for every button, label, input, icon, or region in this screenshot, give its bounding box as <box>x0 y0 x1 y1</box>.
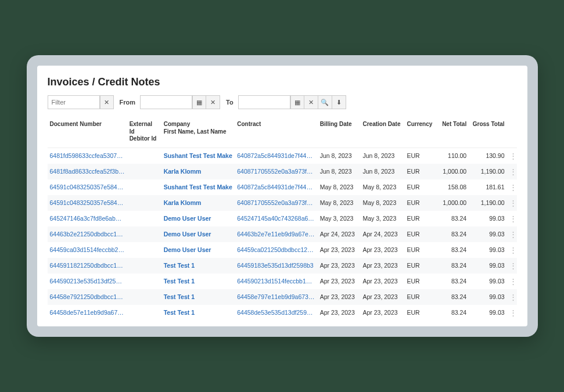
company-link[interactable]: Karla Klomm <box>161 195 235 211</box>
company-link[interactable]: Sushant Test Test Make <box>161 179 235 195</box>
row-actions-button[interactable]: ⋮ <box>507 148 517 164</box>
table-row: 64458de57e11eb9d9a6739c7Test Test 164458… <box>48 305 517 321</box>
billing-date-cell: Jun 8, 2023 <box>318 148 361 164</box>
company-link[interactable]: Karla Klomm <box>161 164 235 179</box>
doc-number-link[interactable]: 64463b2e21250dbdbcc1d1cd <box>48 226 127 242</box>
row-actions-button[interactable]: ⋮ <box>507 274 517 289</box>
contract-link[interactable]: 645247145a40c743268a6d4d <box>235 211 317 226</box>
company-link[interactable]: Test Test 1 <box>161 258 235 274</box>
contract-link[interactable]: 64458e797e11eb9d9a673a52 <box>235 289 317 305</box>
contract-link[interactable]: 640872a5c844931de7f443d2 <box>235 179 317 195</box>
company-link[interactable]: Test Test 1 <box>161 274 235 289</box>
company-link[interactable]: Demo User User <box>161 242 235 258</box>
doc-number-link[interactable]: 644590213e535d13df2597f8 <box>48 274 127 289</box>
to-date-picker-button[interactable]: ▦ <box>290 95 304 109</box>
gross-total-cell: 99.03 <box>469 305 506 321</box>
calendar-icon: ▦ <box>196 99 202 106</box>
doc-number-link[interactable]: 64458de57e11eb9d9a6739c7 <box>48 305 127 321</box>
table-row: 645247146a3c7fd8e6ab8b5Demo User User645… <box>48 211 517 226</box>
contract-link[interactable]: 64459ca021250dbdbcc127ee <box>235 242 317 258</box>
doc-number-link[interactable]: 64458e7921250dbdbcc11d20 <box>48 289 127 305</box>
contract-link[interactable]: 64463b2e7e11eb9d9a67ed44 <box>235 226 317 242</box>
download-icon: ⬇ <box>336 99 342 106</box>
contract-link[interactable]: 644590213d1514feccbb18d9 <box>235 274 317 289</box>
gross-total-cell: 130.90 <box>469 148 506 164</box>
contract-link[interactable]: 640871705552e0a3a973f051 <box>235 195 317 211</box>
kebab-icon: ⋮ <box>509 293 517 301</box>
currency-cell: EUR <box>404 179 435 195</box>
net-total-cell: 83.24 <box>435 226 469 242</box>
contract-link[interactable]: 64458de53e535d13df259610 <box>235 305 317 321</box>
currency-cell: EUR <box>404 164 435 179</box>
creation-date-cell: Apr 24, 2023 <box>360 226 404 242</box>
col-company[interactable]: CompanyFirst Name, Last Name <box>161 117 235 148</box>
kebab-icon: ⋮ <box>509 152 517 160</box>
row-actions-button[interactable]: ⋮ <box>507 289 517 305</box>
company-link[interactable]: Sushant Test Test Make <box>161 148 235 164</box>
calendar-icon: ▦ <box>294 99 300 106</box>
net-total-cell: 83.24 <box>435 211 469 226</box>
from-date-input[interactable] <box>140 95 192 109</box>
doc-number-link[interactable]: 6481fd598633ccfea5307c17 <box>48 148 127 164</box>
doc-number-link[interactable]: 6481f8ad8633ccfea52f3b23 <box>48 164 127 179</box>
row-actions-button[interactable]: ⋮ <box>507 242 517 258</box>
gross-total-cell: 99.03 <box>469 211 506 226</box>
close-icon: ✕ <box>104 99 109 106</box>
clear-filter-button[interactable]: ✕ <box>100 95 114 109</box>
doc-number-link[interactable]: 6445911821250dbdbcc11f79 <box>48 258 127 274</box>
doc-number-link[interactable]: 64459ca03d1514feccbb2251 <box>48 242 127 258</box>
close-icon: ✕ <box>308 99 314 106</box>
row-actions-button[interactable]: ⋮ <box>507 305 517 321</box>
doc-number-link[interactable]: 645247146a3c7fd8e6ab8b5 <box>48 211 127 226</box>
clear-from-button[interactable]: ✕ <box>206 95 220 109</box>
contract-link[interactable]: 64459183e535d13df2598b3 <box>235 258 317 274</box>
kebab-icon: ⋮ <box>509 230 517 239</box>
row-actions-button[interactable]: ⋮ <box>507 195 517 211</box>
external-id-cell <box>127 211 161 226</box>
from-label: From <box>120 99 136 106</box>
doc-number-link[interactable]: 64591c0483250357e584472c <box>48 195 127 211</box>
currency-cell: EUR <box>404 211 435 226</box>
row-actions-button[interactable]: ⋮ <box>507 164 517 179</box>
filter-input[interactable] <box>48 95 100 109</box>
contract-link[interactable]: 640871705552e0a3a973f051 <box>235 164 317 179</box>
billing-date-cell: May 8, 2023 <box>318 195 361 211</box>
doc-number-link[interactable]: 64591c0483250357e5844743 <box>48 179 127 195</box>
table-row: 64458e7921250dbdbcc11d20Test Test 164458… <box>48 289 517 305</box>
company-link[interactable]: Test Test 1 <box>161 289 235 305</box>
gross-total-cell: 99.03 <box>469 226 506 242</box>
gross-total-cell: 1,190.00 <box>469 195 506 211</box>
row-actions-button[interactable]: ⋮ <box>507 179 517 195</box>
external-id-cell <box>127 164 161 179</box>
col-contract[interactable]: Contract <box>235 117 317 148</box>
search-button[interactable]: 🔍 <box>318 95 332 109</box>
row-actions-button[interactable]: ⋮ <box>507 226 517 242</box>
billing-date-cell: May 3, 2023 <box>318 211 361 226</box>
download-button[interactable]: ⬇ <box>332 95 346 109</box>
col-gross-total[interactable]: Gross Total <box>469 117 506 148</box>
col-billing-date[interactable]: Billing Date <box>318 117 361 148</box>
to-label: To <box>226 99 233 106</box>
company-link[interactable]: Demo User User <box>161 211 235 226</box>
row-actions-button[interactable]: ⋮ <box>507 211 517 226</box>
close-icon: ✕ <box>210 99 215 106</box>
currency-cell: EUR <box>404 226 435 242</box>
contract-link[interactable]: 640872a5c844931de7f443d2 <box>235 148 317 164</box>
billing-date-cell: Apr 24, 2023 <box>318 226 361 242</box>
col-external-id[interactable]: External IdDebitor Id <box>127 117 161 148</box>
col-document-number[interactable]: Document Number <box>48 117 127 148</box>
company-link[interactable]: Demo User User <box>161 226 235 242</box>
from-date-picker-button[interactable]: ▦ <box>192 95 206 109</box>
table-row: 644590213e535d13df2597f8Test Test 164459… <box>48 274 517 289</box>
external-id-cell <box>127 258 161 274</box>
gross-total-cell: 99.03 <box>469 258 506 274</box>
clear-to-button[interactable]: ✕ <box>304 95 318 109</box>
col-creation-date[interactable]: Creation Date <box>360 117 404 148</box>
net-total-cell: 1,000.00 <box>435 195 469 211</box>
to-date-input[interactable] <box>238 95 290 109</box>
col-currency[interactable]: Currency <box>404 117 435 148</box>
row-actions-button[interactable]: ⋮ <box>507 258 517 274</box>
col-net-total[interactable]: Net Total <box>435 117 469 148</box>
kebab-icon: ⋮ <box>509 183 517 192</box>
company-link[interactable]: Test Test 1 <box>161 305 235 321</box>
